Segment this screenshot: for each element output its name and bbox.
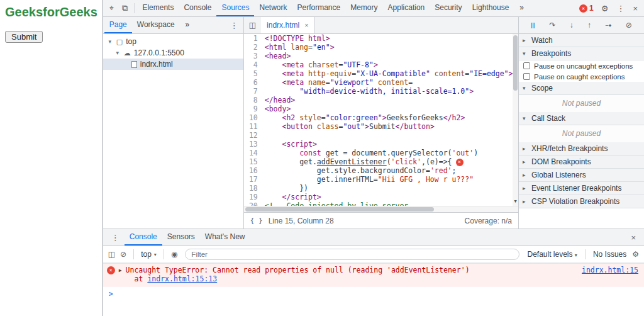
horizontal-scrollbar[interactable] bbox=[244, 206, 518, 212]
tree-item-top[interactable]: ▾▢top bbox=[103, 36, 243, 47]
inspect-element-icon[interactable]: ⌖ bbox=[106, 3, 118, 13]
expand-triangle-icon[interactable]: ▶ bbox=[119, 266, 122, 283]
more-tabs-icon[interactable]: » bbox=[514, 0, 529, 16]
section-scope[interactable]: ▾Scope bbox=[519, 82, 644, 95]
code-line: 6 <meta name="viewport" content= bbox=[244, 78, 518, 87]
nav-tab-workspace[interactable]: Workspace bbox=[132, 17, 180, 33]
close-tab-icon[interactable]: × bbox=[304, 21, 308, 29]
line-number[interactable]: 12 bbox=[244, 131, 263, 140]
section-breakpoints[interactable]: ▾Breakpoints bbox=[519, 47, 644, 60]
error-source-link[interactable]: indrx.html:15 bbox=[582, 266, 638, 283]
line-number[interactable]: 9 bbox=[244, 104, 263, 113]
line-number[interactable]: 16 bbox=[244, 166, 263, 175]
console-settings-gear-icon[interactable]: ⚙ bbox=[632, 250, 639, 259]
step-into-icon[interactable]: ↓ bbox=[570, 21, 574, 30]
log-levels-selector[interactable]: Default levels ▾ bbox=[527, 250, 577, 259]
line-number[interactable]: 18 bbox=[244, 184, 263, 193]
tab-sources[interactable]: Sources bbox=[216, 0, 254, 16]
line-number[interactable]: 19 bbox=[244, 193, 263, 201]
device-toolbar-icon[interactable]: ⧉ bbox=[118, 3, 131, 13]
section-dom-breakpoints[interactable]: ▸DOM Breakpoints bbox=[519, 155, 644, 169]
nav-tab-page[interactable]: Page bbox=[104, 17, 132, 33]
error-count-badge[interactable]: × 1 bbox=[576, 4, 597, 13]
checkbox[interactable] bbox=[523, 62, 530, 69]
tab-performance[interactable]: Performance bbox=[292, 0, 346, 16]
close-devtools-icon[interactable]: × bbox=[629, 4, 641, 13]
app: GeeksforGeeks Submit ⌖ ⧉ ElementsConsole… bbox=[0, 0, 644, 316]
navigator-more-icon[interactable]: » bbox=[180, 17, 195, 33]
chevron-down-icon[interactable]: ▾ bbox=[107, 38, 113, 45]
navigator-toggle-icon[interactable]: ◫ bbox=[244, 17, 261, 33]
step-icon[interactable]: ⇢ bbox=[605, 21, 611, 30]
section-global-listeners[interactable]: ▸Global Listeners bbox=[519, 169, 644, 182]
step-over-icon[interactable]: ↷ bbox=[549, 21, 555, 30]
line-number[interactable]: 6 bbox=[244, 78, 263, 87]
line-number[interactable]: 1 bbox=[244, 34, 263, 43]
chevron-down-icon[interactable]: ▾ bbox=[114, 50, 121, 56]
tab-console[interactable]: Console bbox=[179, 0, 216, 16]
chevron-down-icon: ▾ bbox=[523, 50, 528, 57]
section-call-stack[interactable]: ▾Call Stack bbox=[519, 112, 644, 125]
line-number[interactable]: 3 bbox=[244, 52, 263, 60]
step-out-icon[interactable]: ↑ bbox=[587, 21, 591, 30]
line-number[interactable]: 17 bbox=[244, 175, 263, 184]
line-number[interactable]: 15 bbox=[244, 157, 263, 166]
line-number[interactable]: 14 bbox=[244, 149, 263, 157]
scrollbar-thumb[interactable] bbox=[513, 35, 518, 91]
drawer-tab-console[interactable]: Console bbox=[125, 229, 162, 245]
clear-console-icon[interactable]: ⊘ bbox=[120, 250, 126, 259]
console-error-message: × ▶ Uncaught TypeError: Cannot read prop… bbox=[103, 263, 644, 286]
navigator-kebab-icon[interactable]: ⋮ bbox=[226, 21, 242, 30]
console-filter-input[interactable] bbox=[185, 249, 519, 260]
live-expression-eye-icon[interactable]: ◉ bbox=[171, 250, 177, 259]
settings-gear-icon[interactable]: ⚙ bbox=[597, 4, 613, 13]
section-xhr-fetch-breakpoints[interactable]: ▸XHR/fetch Breakpoints bbox=[519, 142, 644, 155]
scroll-down-icon[interactable]: ▼ bbox=[513, 197, 518, 206]
line-number[interactable]: 7 bbox=[244, 87, 263, 96]
checkbox[interactable] bbox=[523, 73, 530, 80]
drawer-tab-what-s-new[interactable]: What's New bbox=[200, 229, 250, 245]
drawer-kebab-icon[interactable]: ⋮ bbox=[108, 233, 123, 242]
pause-icon[interactable]: || bbox=[531, 22, 535, 28]
kebab-menu-icon[interactable]: ⋮ bbox=[613, 4, 628, 13]
issues-counter[interactable]: No Issues bbox=[593, 250, 626, 259]
line-number[interactable]: 2 bbox=[244, 43, 263, 52]
line-number[interactable]: 13 bbox=[244, 140, 263, 149]
tree-item-127-0-0-1-5500[interactable]: ▾☁127.0.0.1:5500 bbox=[103, 47, 243, 59]
section-event-listener-breakpoints[interactable]: ▸Event Listener Breakpoints bbox=[519, 182, 644, 195]
stack-source-link[interactable]: indrx.html:15:13 bbox=[147, 274, 217, 283]
section-label: Call Stack bbox=[531, 114, 565, 123]
tab-elements[interactable]: Elements bbox=[137, 0, 179, 16]
tab-network[interactable]: Network bbox=[254, 0, 292, 16]
section-label: Watch bbox=[531, 36, 553, 45]
submit-button[interactable]: Submit bbox=[5, 31, 43, 43]
inline-error-icon[interactable]: × bbox=[456, 159, 464, 166]
close-drawer-icon[interactable]: × bbox=[627, 233, 640, 242]
code-line: 19 </script> bbox=[244, 193, 518, 201]
console-sidebar-icon[interactable]: ◫ bbox=[108, 250, 115, 259]
line-number[interactable]: 11 bbox=[244, 122, 263, 131]
tab-security[interactable]: Security bbox=[430, 0, 467, 16]
tab-memory[interactable]: Memory bbox=[345, 0, 382, 16]
scrollbar-thumb[interactable] bbox=[245, 207, 434, 212]
line-number[interactable]: 8 bbox=[244, 96, 263, 104]
section-watch[interactable]: ▸Watch bbox=[519, 34, 644, 47]
editor-tab-indrx[interactable]: indrx.html × bbox=[261, 17, 314, 33]
console-prompt[interactable]: > bbox=[103, 286, 644, 302]
line-number[interactable]: 20 bbox=[244, 201, 263, 206]
tab-application[interactable]: Application bbox=[383, 0, 430, 16]
tree-item-indrx-html[interactable]: indrx.html bbox=[103, 59, 243, 70]
tab-lighthouse[interactable]: Lighthouse bbox=[467, 0, 514, 16]
section-csp-violation-breakpoints[interactable]: ▸CSP Violation Breakpoints bbox=[519, 195, 644, 208]
checkbox-row-pause-on-caught-exceptions[interactable]: Pause on caught exceptions bbox=[519, 71, 644, 82]
line-number[interactable]: 10 bbox=[244, 113, 263, 122]
divider bbox=[133, 249, 134, 259]
drawer-tab-sensors[interactable]: Sensors bbox=[162, 229, 200, 245]
deactivate-breakpoints-icon[interactable]: ⊘ bbox=[626, 21, 632, 30]
vertical-scrollbar[interactable]: ▼ bbox=[513, 34, 518, 206]
context-selector[interactable]: top ▾ bbox=[141, 250, 157, 259]
pretty-print-icon[interactable]: { } bbox=[250, 217, 263, 225]
checkbox-row-pause-on-uncaught-exceptions[interactable]: Pause on uncaught exceptions bbox=[519, 60, 644, 71]
line-number[interactable]: 5 bbox=[244, 69, 263, 78]
line-number[interactable]: 4 bbox=[244, 60, 263, 69]
